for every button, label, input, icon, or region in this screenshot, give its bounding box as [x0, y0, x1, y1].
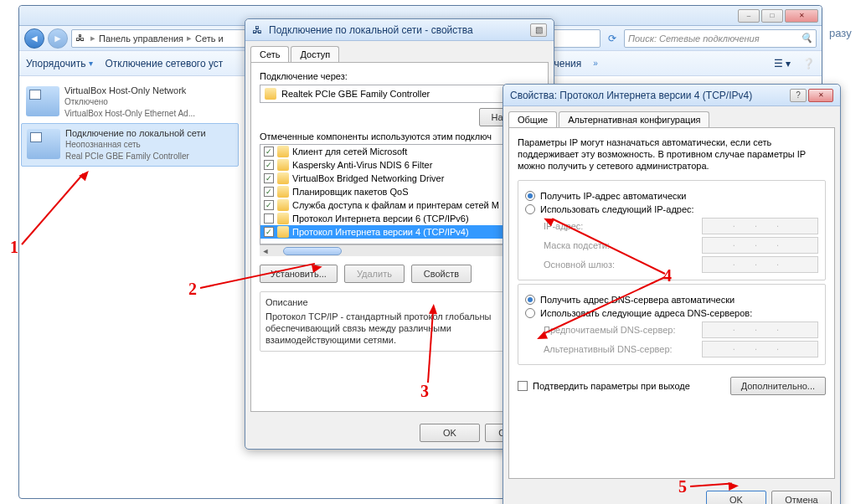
arrow-5-head	[729, 481, 740, 491]
subnet-mask-label: Маска подсети:	[544, 240, 702, 250]
search-placeholder: Поиск: Сетевые подключения	[628, 33, 760, 44]
connection-icon	[26, 86, 59, 116]
network-adapter-icon: 🖧	[252, 24, 264, 36]
dialog-title: Подключение по локальной сети - свойства	[269, 24, 473, 36]
annotation-5: 5	[678, 477, 687, 496]
connection-status: Неопознанная сеть	[65, 139, 233, 151]
annotation-2: 2	[188, 280, 197, 299]
connection-icon	[27, 129, 60, 159]
gateway-label: Основной шлюз:	[544, 260, 702, 270]
dialog-titlebar[interactable]: Свойства: Протокол Интернета версии 4 (T…	[503, 85, 840, 106]
dialog-titlebar[interactable]: 🖧 Подключение по локальной сети - свойст…	[245, 19, 554, 41]
cancel-button[interactable]: Отмена	[771, 491, 832, 504]
breadcrumb-sep: ▸	[90, 33, 95, 44]
checkbox-label: Подтвердить параметры при выходе	[533, 381, 690, 391]
nic-icon	[265, 88, 276, 100]
advanced-button[interactable]: Дополнительно...	[730, 377, 826, 395]
dialog-title: Свойства: Протокол Интернета версии 4 (T…	[510, 90, 752, 101]
component-item[interactable]: ✓VirtualBox Bridged Networking Driver	[260, 172, 539, 185]
radio-manual-ip[interactable]: Использовать следующий IP-адрес:	[525, 204, 818, 214]
intro-text: Параметры IP могут назначаться автоматич…	[518, 136, 826, 172]
component-item[interactable]: ✓Клиент для сетей Microsoft	[260, 145, 539, 158]
remove-button: Удалить	[344, 265, 405, 283]
dialog-help-button[interactable]: ▧	[530, 23, 547, 37]
connection-status: Отключено	[64, 96, 234, 108]
breadcrumb-item[interactable]: Сеть и	[195, 33, 224, 44]
annotation-3: 3	[420, 382, 429, 401]
maximize-button[interactable]: □	[761, 9, 783, 23]
alternate-dns-label: Альтернативный DNS-сервер:	[544, 344, 702, 354]
connect-via-label: Подключение через:	[260, 71, 539, 81]
network-icon: 🖧	[75, 33, 87, 44]
search-icon: 🔍	[801, 33, 812, 44]
organize-menu[interactable]: Упорядочить ▾	[26, 58, 93, 69]
minimize-button[interactable]: –	[738, 9, 760, 23]
breadcrumb-item[interactable]: Панель управления	[99, 33, 183, 44]
help-button[interactable]: ❔	[802, 58, 815, 69]
tab-access[interactable]: Доступ	[291, 46, 339, 62]
radio-label: Использовать следующие адреса DNS-сервер…	[540, 308, 752, 318]
view-options-icon[interactable]: ☰ ▾	[774, 58, 791, 69]
component-item[interactable]: ✓Планировщик пакетов QoS	[260, 185, 539, 198]
ip-address-field: . . .	[702, 218, 818, 234]
component-item[interactable]: ✓Kaspersky Anti-Virus NDIS 6 Filter	[260, 158, 539, 172]
connection-adapter: Real PCIe GBE Family Controller	[65, 151, 233, 162]
confirm-on-exit-checkbox[interactable]: Подтвердить параметры при выходе	[518, 381, 690, 391]
ipv4-properties-dialog: Свойства: Протокол Интернета версии 4 (T…	[503, 84, 841, 504]
adapter-name: Realtek PCIe GBE Family Controller	[281, 89, 430, 99]
dialog-close-button[interactable]: ✕	[808, 89, 833, 102]
dialog-help-button[interactable]: ?	[790, 89, 807, 102]
alternate-dns-field: . . .	[702, 341, 818, 357]
gateway-field: . . .	[702, 256, 818, 273]
horizontal-scrollbar[interactable]: ◄►	[260, 244, 539, 256]
radio-manual-dns[interactable]: Использовать следующие адреса DNS-сервер…	[525, 308, 818, 318]
radio-icon	[525, 295, 535, 305]
checkbox-icon	[518, 381, 528, 391]
properties-button[interactable]: Свойств	[411, 265, 472, 283]
connection-title: Подключение по локальной сети	[65, 127, 233, 139]
aside-text: разу	[829, 27, 852, 39]
subnet-mask-field: . . .	[702, 237, 818, 254]
radio-label: Получить адрес DNS-сервера автоматически	[540, 295, 735, 305]
disable-device-button[interactable]: Отключение сетевого уст	[105, 58, 223, 69]
toolbar-overflow[interactable]: »	[593, 59, 598, 68]
ok-button[interactable]: OK	[706, 491, 766, 504]
connection-item[interactable]: VirtualBox Host-Only Network Отключено V…	[21, 81, 239, 123]
arrow-3-head	[429, 304, 438, 315]
component-item-selected[interactable]: ✓Протокол Интернета версии 4 (TCP/IPv4)	[260, 225, 539, 239]
annotation-1: 1	[10, 238, 18, 257]
radio-auto-dns[interactable]: Получить адрес DNS-сервера автоматически	[525, 295, 818, 305]
close-button[interactable]: ✕	[785, 9, 818, 23]
tab-alternative[interactable]: Альтернативная конфигурация	[559, 111, 709, 127]
adapter-field: Realtek PCIe GBE Family Controller	[260, 85, 539, 103]
radio-label: Получить IP-адрес автоматически	[540, 191, 686, 201]
description-text: Протокол TCP/IP - стандартный протокол г…	[265, 311, 534, 346]
preferred-dns-label: Предпочитаемый DNS-сервер:	[544, 325, 702, 335]
description-title: Описание	[265, 297, 534, 307]
component-item[interactable]: ✓Служба доступа к файлам и принтерам сет…	[260, 198, 539, 212]
radio-icon	[525, 308, 535, 318]
connection-title: VirtualBox Host-Only Network	[64, 85, 234, 96]
connection-adapter: VirtualBox Host-Only Ethernet Ad...	[64, 108, 234, 120]
component-item[interactable]: Протокол Интернета версии 6 (TCP/IPv6)	[260, 212, 539, 225]
radio-icon	[525, 191, 535, 201]
refresh-button[interactable]: ⟳	[604, 30, 621, 47]
search-input[interactable]: Поиск: Сетевые подключения 🔍	[624, 29, 817, 48]
tab-general[interactable]: Общие	[508, 111, 557, 127]
radio-label: Использовать следующий IP-адрес:	[540, 204, 694, 214]
components-list[interactable]: ✓Клиент для сетей Microsoft ✓Kaspersky A…	[260, 144, 539, 244]
nav-back-button[interactable]: ◄	[24, 28, 44, 49]
breadcrumb-sep: ▸	[187, 33, 192, 44]
radio-icon	[525, 204, 535, 214]
tab-network[interactable]: Сеть	[250, 46, 289, 62]
radio-auto-ip[interactable]: Получить IP-адрес автоматически	[525, 191, 818, 201]
connection-item-selected[interactable]: Подключение по локальной сети Неопознанн…	[21, 123, 239, 167]
preferred-dns-field: . . .	[702, 321, 818, 338]
components-label: Отмеченные компоненты используются этим …	[260, 131, 539, 141]
ok-button[interactable]: OK	[420, 424, 480, 442]
nav-forward-button[interactable]: ►	[48, 28, 68, 49]
